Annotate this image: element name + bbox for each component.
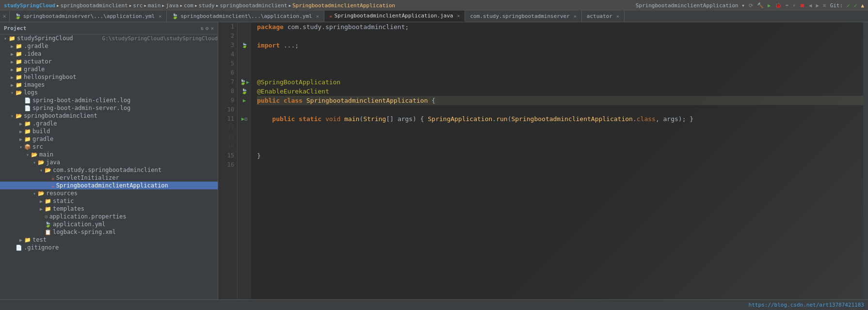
profile-icon[interactable]: ⚡ [792,2,796,9]
tree-arrow-test: ▶ [17,237,24,243]
tree-path-root: G:\studySpringCloud\studySpringCloud [102,35,218,42]
git-up-icon[interactable]: ▲ [861,2,864,9]
coverage-icon[interactable]: ☂ [786,2,789,9]
tree-item-resources[interactable]: ▾ 📂 resources [0,189,218,197]
run-config-selector[interactable]: SpringbootadminclientApplication ▾ [636,2,745,9]
code-container: 1 2 3 4 5 6 7 8 9 10 11 12 13 14 15 16 [218,22,868,299]
tree-item-package[interactable]: ▾ 📂 com.study.springbootadminclient [0,166,218,174]
sidebar-expand-icon[interactable]: ⇅ [200,25,204,31]
tree-item-static[interactable]: ▶ 📁 static [0,197,218,205]
refresh-icon[interactable]: ⟳ [749,2,753,9]
tree-item-templates[interactable]: ▶ 📁 templates [0,205,218,213]
tree-item-actuator[interactable]: ▶ 📁 actuator [0,58,218,65]
tree-root-item[interactable]: ▾ 📁 studySpringCloud G:\studySpringCloud… [0,34,218,42]
tree-item-images[interactable]: ▶ 📁 images [0,81,218,89]
leaf-icon-7: 🍃 [240,79,246,85]
code-editor[interactable]: package com.study.springbootadminclient;… [251,22,863,299]
stop-icon[interactable]: ⏹ [800,2,805,9]
tree-item-main[interactable]: ▾ 📂 main [0,151,218,158]
tree-item-main-app[interactable]: ▶ ☕ SpringbootadminclientApplication [0,182,218,189]
run-icon-11[interactable]: ▶ [241,116,245,122]
git-check2-icon[interactable]: ✓ [854,2,857,9]
build-icon[interactable]: 🔨 [757,2,764,9]
tree-item-idea[interactable]: ▶ 📁 .idea [0,50,218,58]
tree-item-sbac-gradle[interactable]: ▶ 📁 .gradle [0,120,218,127]
pkg-name: com.study.springbootadminclient; [288,22,409,31]
status-url: https://blog.csdn.net/art13787421183 [749,302,864,308]
tree-item-sbac-build[interactable]: ▶ 📁 build [0,127,218,135]
folder-icon-hello: 📁 [16,74,22,80]
tab-close-5[interactable]: ✕ [616,14,619,19]
tree-item-test[interactable]: ▶ 📁 test [0,236,218,244]
run-icon-9[interactable]: ▶ [243,97,246,104]
tree-item-log-server[interactable]: ▶ 📄 spring-boot-admin-server.log [0,104,218,112]
git-label: Git: [830,2,843,9]
leaf-icon-3: 🍃 [241,43,247,48]
folder-icon-test: 📁 [24,237,31,243]
bc-part-0[interactable]: studySpringCloud [4,2,55,9]
bc-part-1[interactable]: springbootadminclient [61,2,128,9]
menu-icon[interactable]: ≡ [823,2,826,9]
tab-admin-server[interactable]: com.study.springbootadminserver ✕ [465,11,581,22]
tab-close-all[interactable]: ✕ [0,11,10,22]
code-line-12 [257,124,863,133]
tab-server-yml[interactable]: 🍃 springbootadminserver\...\application.… [10,11,167,22]
tab-client-yml[interactable]: 🍃 springbootadminclient\...\application.… [167,11,324,22]
tree-item-log-client[interactable]: ▶ 📄 spring-boot-admin-client.log [0,96,218,104]
tree-item-gradle-root[interactable]: ▶ 📁 .gradle [0,42,218,50]
bc-part-3[interactable]: main [148,2,161,9]
tree-item-gradle[interactable]: ▶ 📁 gradle [0,65,218,73]
folder-icon-gradle: 📁 [16,66,22,73]
tree-item-src[interactable]: ▾ 📦 src [0,143,218,151]
bc-part-4[interactable]: java [166,2,179,9]
sidebar-settings-icon[interactable]: ⚙ [206,25,209,31]
bc-part-2[interactable]: src [133,2,143,9]
fold-icon-11[interactable]: ⊡ [244,116,247,122]
tree-label-root: studySpringCloud [17,35,100,42]
tab-close-2[interactable]: ✕ [316,14,319,19]
code-line-13 [257,133,863,142]
bc-part-6[interactable]: study [199,2,215,9]
tree-item-sbac[interactable]: ▾ 📂 springbootadminclient [0,112,218,120]
bc-part-5[interactable]: com [184,2,193,9]
tree-item-logs[interactable]: ▾ 📂 logs [0,89,218,96]
editor-scrollbar[interactable] [863,22,868,299]
sidebar-header: Project ⇅ ⚙ ✕ [0,22,218,34]
tree-item-app-yml[interactable]: ▶ 🍃 application.yml [0,220,218,228]
debug-icon[interactable]: 🐞 [775,2,782,9]
folder-icon-logs: 📂 [16,90,22,96]
tab-main-java[interactable]: ☕ SpringbootadminclientApplication.java … [324,11,466,22]
kw-class: class [284,96,306,105]
status-bar: https://blog.csdn.net/art13787421183 [0,299,868,310]
gutter-8: 🍃 [238,87,251,96]
forward-icon[interactable]: ▶ [816,2,819,9]
back-icon[interactable]: ◀ [809,2,812,9]
tree-item-gitignore[interactable]: ▶ 📄 .gitignore [0,244,218,251]
run-icon[interactable]: ▶ [768,2,771,9]
tree-item-servlet[interactable]: ▶ ☕ ServletInitializer [0,174,218,182]
java-icon-main-app: ☕ [51,183,55,189]
tree-arrow-logs: ▾ [9,90,16,95]
tree-label-logback: logback-spring.xml [53,229,218,235]
src-icon: 📦 [24,144,31,150]
tree-item-java[interactable]: ▾ 📂 java [0,158,218,166]
tree-arrow-gradle-root: ▶ [9,44,16,49]
tab-actuator[interactable]: actuator ✕ [582,11,625,22]
tree-item-sbac-gradle2[interactable]: ▶ 📁 gradle [0,135,218,143]
tree-item-app-props[interactable]: ▶ ⚙ application.properties [0,213,218,220]
tab-close-4[interactable]: ✕ [574,14,577,19]
editor-gutter: 🍃 🍃 ▶ 🍃 ▶ ▶ ⊡ [238,22,251,299]
tab-close-3[interactable]: ✕ [457,13,460,18]
tree-item-hellospringboot[interactable]: ▶ 📁 hellospringboot [0,73,218,81]
bc-part-7[interactable]: springbootadminclient [220,2,287,9]
tree-item-logback[interactable]: ▶ 📋 logback-spring.xml [0,228,218,236]
sidebar-close-icon[interactable]: ✕ [210,25,214,31]
tab-close-1[interactable]: ✕ [159,14,161,19]
yaml-icon: 🍃 [45,221,51,228]
tab-label-4: com.study.springbootadminserver [470,13,569,19]
tree-label-sbac-gradle2: gradle [32,136,218,142]
folder-icon-static: 📁 [45,198,51,204]
tree-label-java: java [46,159,218,166]
git-check1-icon[interactable]: ✓ [847,2,850,9]
bc-part-8[interactable]: SpringbootadminclientApplication [292,2,395,9]
